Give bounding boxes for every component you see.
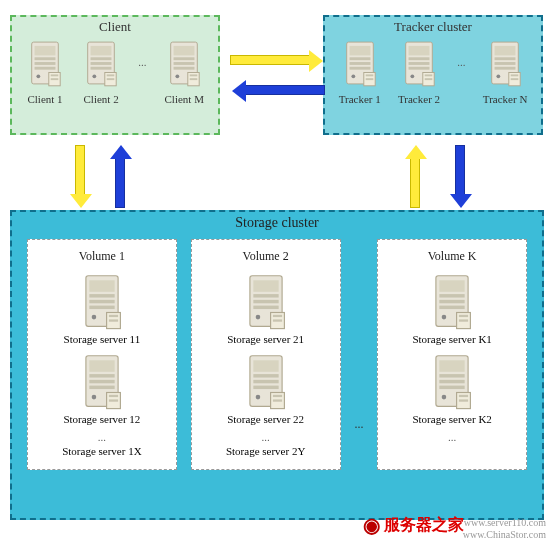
arrow-storage-to-tracker: [410, 158, 420, 208]
volume: Volume 1 Storage server 11 Storage serve…: [27, 239, 177, 470]
storage-title: Storage cluster: [12, 212, 542, 234]
client-node: Client M: [165, 37, 204, 105]
server-icon: [243, 351, 289, 411]
server-icon: [243, 271, 289, 331]
arrow-client-to-storage: [75, 145, 85, 195]
arrow-tracker-to-storage: [455, 145, 465, 195]
client-node: Client 1: [26, 37, 64, 105]
client-title: Client: [12, 17, 218, 37]
tracker-node: Tracker 2: [398, 37, 440, 105]
server-icon: [26, 37, 64, 89]
server-icon: [341, 37, 379, 89]
ellipsis: ...: [138, 56, 146, 86]
arrow-storage-to-client: [115, 158, 125, 208]
volume: Volume K Storage server K1 Storage serve…: [377, 239, 527, 470]
tracker-title: Tracker cluster: [325, 17, 541, 37]
server-icon: [429, 351, 475, 411]
client-cluster: Client Client 1 Client 2 ... Client M: [10, 15, 220, 135]
server-icon: [165, 37, 203, 89]
watermark: www.server110.com www.ChinaStor.com: [463, 517, 546, 541]
tracker-cluster: Tracker cluster Tracker 1 Tracker 2 ... …: [323, 15, 543, 135]
tracker-node: Tracker N: [483, 37, 528, 105]
arrow-client-to-tracker: [230, 55, 310, 65]
volume: Volume 2 Storage server 21 Storage serve…: [191, 239, 341, 470]
server-icon: [486, 37, 524, 89]
brand-logo: 服务器之家: [363, 513, 464, 537]
client-node: Client 2: [82, 37, 120, 105]
arrow-tracker-to-client: [245, 85, 325, 95]
server-icon: [79, 271, 125, 331]
server-icon: [82, 37, 120, 89]
server-icon: [400, 37, 438, 89]
ellipsis: ...: [457, 56, 465, 86]
server-icon: [79, 351, 125, 411]
storage-cluster: Storage cluster Volume 1 Storage server …: [10, 210, 544, 520]
tracker-node: Tracker 1: [339, 37, 381, 105]
ellipsis: ...: [354, 277, 363, 432]
server-icon: [429, 271, 475, 331]
